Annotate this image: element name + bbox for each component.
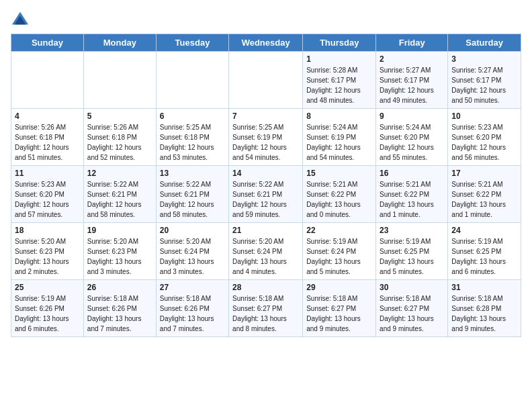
day-number: 3 (451, 54, 517, 64)
header (11, 11, 521, 30)
day-number: 27 (160, 283, 225, 292)
day-header-wednesday: Wednesday (229, 34, 303, 52)
day-cell: 17Sunrise: 5:21 AM Sunset: 6:22 PM Dayli… (448, 166, 521, 223)
day-cell: 9Sunrise: 5:24 AM Sunset: 6:20 PM Daylig… (376, 109, 448, 166)
day-info: Sunrise: 5:22 AM Sunset: 6:21 PM Dayligh… (87, 179, 152, 220)
day-header-monday: Monday (83, 34, 156, 52)
day-number: 4 (15, 111, 80, 121)
day-number: 5 (87, 111, 152, 121)
day-number: 28 (232, 283, 299, 292)
day-number: 9 (380, 111, 444, 121)
day-info: Sunrise: 5:18 AM Sunset: 6:28 PM Dayligh… (451, 293, 517, 334)
week-row-3: 11Sunrise: 5:23 AM Sunset: 6:20 PM Dayli… (11, 166, 521, 223)
day-header-sunday: Sunday (11, 34, 84, 52)
day-info: Sunrise: 5:18 AM Sunset: 6:27 PM Dayligh… (232, 293, 299, 334)
logo-icon (11, 11, 30, 30)
day-info: Sunrise: 5:20 AM Sunset: 6:23 PM Dayligh… (15, 236, 80, 277)
day-number: 21 (232, 226, 299, 235)
day-number: 6 (160, 111, 225, 121)
day-cell: 3Sunrise: 5:27 AM Sunset: 6:17 PM Daylig… (448, 52, 521, 109)
day-number: 12 (87, 169, 152, 178)
day-cell: 23Sunrise: 5:19 AM Sunset: 6:25 PM Dayli… (376, 223, 448, 280)
day-number: 20 (160, 226, 225, 235)
day-number: 17 (451, 169, 517, 178)
day-cell: 6Sunrise: 5:25 AM Sunset: 6:18 PM Daylig… (156, 109, 228, 166)
day-cell: 18Sunrise: 5:20 AM Sunset: 6:23 PM Dayli… (11, 223, 84, 280)
day-cell: 22Sunrise: 5:19 AM Sunset: 6:24 PM Dayli… (303, 223, 376, 280)
day-number: 16 (380, 169, 444, 178)
day-cell: 5Sunrise: 5:26 AM Sunset: 6:18 PM Daylig… (83, 109, 156, 166)
day-info: Sunrise: 5:23 AM Sunset: 6:20 PM Dayligh… (15, 179, 80, 220)
day-info: Sunrise: 5:27 AM Sunset: 6:17 PM Dayligh… (380, 65, 444, 105)
day-header-tuesday: Tuesday (156, 34, 228, 52)
day-number: 18 (15, 226, 80, 235)
day-info: Sunrise: 5:19 AM Sunset: 6:25 PM Dayligh… (451, 236, 517, 277)
day-cell: 7Sunrise: 5:25 AM Sunset: 6:19 PM Daylig… (229, 109, 303, 166)
day-info: Sunrise: 5:19 AM Sunset: 6:26 PM Dayligh… (15, 293, 80, 334)
day-cell: 26Sunrise: 5:18 AM Sunset: 6:26 PM Dayli… (83, 280, 156, 337)
day-info: Sunrise: 5:20 AM Sunset: 6:23 PM Dayligh… (87, 236, 152, 277)
day-info: Sunrise: 5:23 AM Sunset: 6:20 PM Dayligh… (451, 122, 517, 163)
page-container: SundayMondayTuesdayWednesdayThursdayFrid… (0, 0, 532, 344)
day-cell: 20Sunrise: 5:20 AM Sunset: 6:24 PM Dayli… (156, 223, 228, 280)
day-number: 7 (232, 111, 299, 121)
day-cell: 27Sunrise: 5:18 AM Sunset: 6:26 PM Dayli… (156, 280, 228, 337)
day-cell: 15Sunrise: 5:21 AM Sunset: 6:22 PM Dayli… (303, 166, 376, 223)
day-number: 15 (306, 169, 372, 178)
day-cell (11, 52, 84, 109)
day-info: Sunrise: 5:24 AM Sunset: 6:20 PM Dayligh… (380, 122, 444, 163)
day-cell: 14Sunrise: 5:22 AM Sunset: 6:21 PM Dayli… (229, 166, 303, 223)
day-number: 10 (451, 111, 517, 121)
day-number: 14 (232, 169, 299, 178)
day-number: 11 (15, 169, 80, 178)
day-info: Sunrise: 5:28 AM Sunset: 6:17 PM Dayligh… (306, 65, 372, 105)
day-info: Sunrise: 5:18 AM Sunset: 6:26 PM Dayligh… (87, 293, 152, 334)
day-cell: 1Sunrise: 5:28 AM Sunset: 6:17 PM Daylig… (303, 52, 376, 109)
day-number: 26 (87, 283, 152, 292)
week-row-5: 25Sunrise: 5:19 AM Sunset: 6:26 PM Dayli… (11, 280, 521, 337)
calendar-table: SundayMondayTuesdayWednesdayThursdayFrid… (11, 34, 521, 337)
day-cell: 31Sunrise: 5:18 AM Sunset: 6:28 PM Dayli… (448, 280, 521, 337)
calendar-header: SundayMondayTuesdayWednesdayThursdayFrid… (11, 34, 521, 52)
day-info: Sunrise: 5:27 AM Sunset: 6:17 PM Dayligh… (451, 65, 517, 105)
day-cell: 30Sunrise: 5:18 AM Sunset: 6:27 PM Dayli… (376, 280, 448, 337)
day-cell: 24Sunrise: 5:19 AM Sunset: 6:25 PM Dayli… (448, 223, 521, 280)
day-cell (83, 52, 156, 109)
day-cell: 10Sunrise: 5:23 AM Sunset: 6:20 PM Dayli… (448, 109, 521, 166)
day-info: Sunrise: 5:25 AM Sunset: 6:19 PM Dayligh… (232, 122, 299, 163)
day-number: 31 (451, 283, 517, 292)
day-info: Sunrise: 5:20 AM Sunset: 6:24 PM Dayligh… (160, 236, 225, 277)
day-number: 1 (306, 54, 372, 64)
day-info: Sunrise: 5:20 AM Sunset: 6:24 PM Dayligh… (232, 236, 299, 277)
day-info: Sunrise: 5:22 AM Sunset: 6:21 PM Dayligh… (160, 179, 225, 220)
day-number: 30 (380, 283, 444, 292)
day-number: 25 (15, 283, 80, 292)
day-info: Sunrise: 5:18 AM Sunset: 6:27 PM Dayligh… (306, 293, 372, 334)
week-row-2: 4Sunrise: 5:26 AM Sunset: 6:18 PM Daylig… (11, 109, 521, 166)
day-number: 8 (306, 111, 372, 121)
day-cell: 19Sunrise: 5:20 AM Sunset: 6:23 PM Dayli… (83, 223, 156, 280)
calendar-body: 1Sunrise: 5:28 AM Sunset: 6:17 PM Daylig… (11, 52, 521, 337)
day-cell: 2Sunrise: 5:27 AM Sunset: 6:17 PM Daylig… (376, 52, 448, 109)
day-cell: 25Sunrise: 5:19 AM Sunset: 6:26 PM Dayli… (11, 280, 84, 337)
day-info: Sunrise: 5:26 AM Sunset: 6:18 PM Dayligh… (15, 122, 80, 163)
day-number: 19 (87, 226, 152, 235)
day-info: Sunrise: 5:25 AM Sunset: 6:18 PM Dayligh… (160, 122, 225, 163)
day-info: Sunrise: 5:24 AM Sunset: 6:19 PM Dayligh… (306, 122, 372, 163)
day-cell: 12Sunrise: 5:22 AM Sunset: 6:21 PM Dayli… (83, 166, 156, 223)
day-cell: 29Sunrise: 5:18 AM Sunset: 6:27 PM Dayli… (303, 280, 376, 337)
day-cell: 8Sunrise: 5:24 AM Sunset: 6:19 PM Daylig… (303, 109, 376, 166)
day-cell: 4Sunrise: 5:26 AM Sunset: 6:18 PM Daylig… (11, 109, 84, 166)
day-info: Sunrise: 5:19 AM Sunset: 6:24 PM Dayligh… (306, 236, 372, 277)
day-info: Sunrise: 5:21 AM Sunset: 6:22 PM Dayligh… (451, 179, 517, 220)
day-number: 23 (380, 226, 444, 235)
day-number: 22 (306, 226, 372, 235)
day-header-saturday: Saturday (448, 34, 521, 52)
day-number: 24 (451, 226, 517, 235)
logo (11, 11, 32, 30)
day-number: 29 (306, 283, 372, 292)
day-info: Sunrise: 5:18 AM Sunset: 6:27 PM Dayligh… (380, 293, 444, 334)
week-row-1: 1Sunrise: 5:28 AM Sunset: 6:17 PM Daylig… (11, 52, 521, 109)
week-row-4: 18Sunrise: 5:20 AM Sunset: 6:23 PM Dayli… (11, 223, 521, 280)
day-info: Sunrise: 5:21 AM Sunset: 6:22 PM Dayligh… (380, 179, 444, 220)
